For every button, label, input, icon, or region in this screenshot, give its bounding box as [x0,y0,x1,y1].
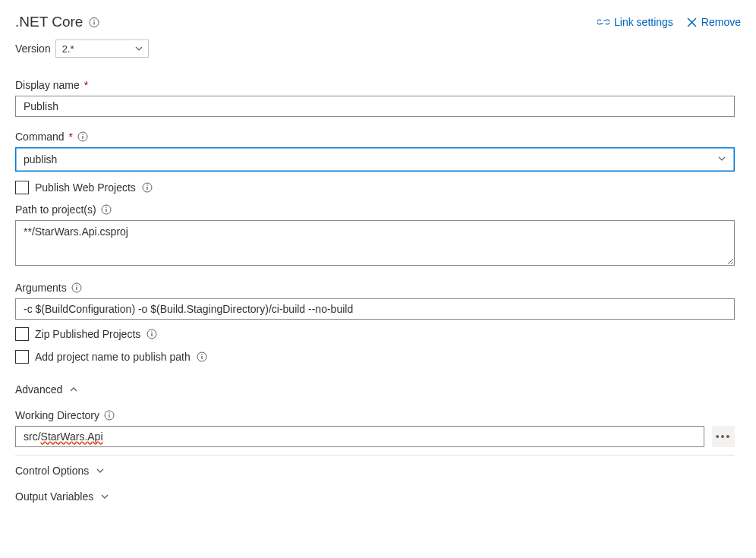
control-options-title: Control Options [15,465,89,477]
info-icon[interactable] [142,182,153,193]
output-variables-title: Output Variables [15,490,93,503]
chevron-down-icon [717,153,726,166]
info-icon[interactable] [101,204,112,215]
output-variables-toggle[interactable]: Output Variables [15,477,735,503]
chevron-up-icon [69,385,78,394]
chevron-down-icon [96,466,105,475]
browse-button[interactable]: ••• [712,426,735,447]
svg-point-24 [109,412,110,414]
working-directory-input[interactable]: src/StarWars.Api [15,426,704,447]
add-project-name-label: Add project name to publish path [35,351,191,363]
info-icon[interactable] [71,282,82,293]
svg-point-9 [146,184,148,186]
info-icon[interactable] [197,352,207,362]
info-icon[interactable] [104,410,115,421]
command-label: Command * [15,131,73,143]
display-name-input[interactable] [15,96,735,117]
svg-point-18 [151,331,153,333]
link-settings-button[interactable]: Link settings [597,16,673,28]
advanced-section-toggle[interactable]: Advanced [15,367,735,396]
working-directory-label: Working Directory [15,409,99,421]
zip-published-checkbox[interactable] [15,327,29,341]
arguments-input[interactable] [15,298,735,320]
path-to-projects-input[interactable] [15,220,735,266]
chevron-down-icon [100,492,109,501]
advanced-title: Advanced [15,383,62,396]
page-title: .NET Core [15,14,83,30]
control-options-toggle[interactable]: Control Options [15,455,735,477]
svg-point-21 [201,354,203,355]
link-settings-label: Link settings [614,16,673,28]
svg-point-15 [76,285,77,286]
remove-label: Remove [701,16,741,28]
remove-button[interactable]: Remove [687,16,741,28]
version-label: Version [15,43,51,55]
arguments-label: Arguments [15,282,67,294]
svg-point-1 [94,19,96,20]
publish-web-projects-checkbox[interactable] [15,181,29,194]
display-name-label: Display name * [15,79,88,91]
add-project-name-checkbox[interactable] [15,350,29,364]
title-block: .NET Core [15,14,99,30]
path-to-projects-label: Path to project(s) [15,203,96,216]
info-icon[interactable] [77,131,88,142]
info-icon[interactable] [89,17,99,27]
zip-published-label: Zip Published Projects [35,328,140,340]
chevron-down-icon [134,44,143,53]
svg-point-6 [82,134,83,135]
publish-web-projects-label: Publish Web Projects [35,181,136,194]
version-value: 2.* [62,43,74,55]
header-actions: Link settings Remove [597,16,741,28]
svg-point-12 [106,206,107,208]
command-select[interactable]: publish [15,147,735,172]
command-value: publish [24,153,57,166]
version-select[interactable]: 2.* [55,39,149,58]
info-icon[interactable] [146,329,157,339]
